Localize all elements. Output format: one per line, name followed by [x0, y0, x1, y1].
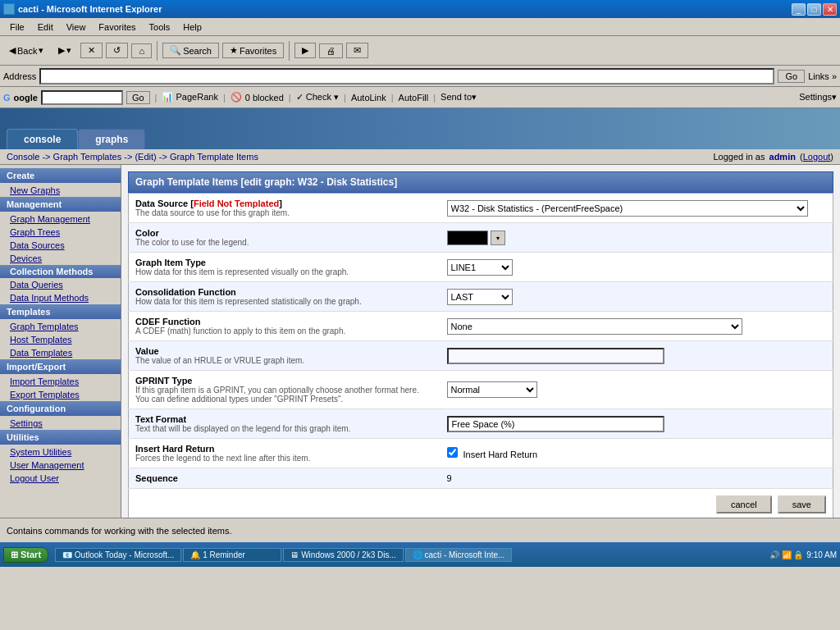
sidebar-item-graph-trees[interactable]: Graph Trees	[0, 226, 121, 239]
sidebar-item-data-sources[interactable]: Data Sources	[0, 239, 121, 252]
sidebar-item-graph-templates[interactable]: Graph Templates	[0, 320, 121, 333]
sidebar-item-import-templates[interactable]: Import Templates	[0, 375, 121, 388]
create-section-header: Create	[0, 168, 121, 183]
color-value-cell: ▾	[441, 223, 833, 253]
data-source-select[interactable]: W32 - Disk Statistics - (PercentFreeSpac…	[447, 200, 808, 217]
google-search-input[interactable]	[41, 90, 123, 105]
gprint-type-select[interactable]: Normal Exact Numbers Bits Bytes	[447, 381, 537, 398]
menu-tools[interactable]: Tools	[143, 21, 177, 34]
google-settings-button[interactable]: Settings▾	[799, 92, 837, 103]
go-button[interactable]: Go	[778, 70, 805, 83]
breadcrumb: Console -> Graph Templates -> (Edit) -> …	[7, 152, 258, 162]
cdef-function-label: CDEF Function	[135, 317, 434, 326]
text-format-desc: Text that will be displayed on the legen…	[135, 424, 434, 433]
sidebar-item-settings[interactable]: Settings	[0, 417, 121, 430]
favorites-button[interactable]: ★ Favorites	[222, 43, 284, 58]
consolidation-function-label: Consolidation Function	[135, 287, 434, 297]
google-go-button[interactable]: Go	[126, 91, 150, 104]
menu-bar: File Edit View Favorites Tools Help	[0, 18, 840, 36]
utilities-section-header: Utilities	[0, 430, 121, 445]
color-label: Color	[135, 228, 434, 238]
mail-button[interactable]: ✉	[346, 43, 368, 58]
home-button[interactable]: ⌂	[131, 43, 152, 58]
gprint-type-label: GPRINT Type	[135, 376, 434, 386]
form-subtitle: [edit graph: W32 - Disk Statistics]	[241, 176, 398, 188]
app-icon	[3, 3, 15, 15]
tab-graphs[interactable]: graphs	[78, 129, 145, 149]
refresh-button[interactable]: ↺	[106, 43, 128, 58]
google-sendto-button[interactable]: Send to▾	[441, 92, 477, 103]
print-button[interactable]: 🖨	[319, 43, 343, 58]
start-button[interactable]: ⊞ Start	[3, 547, 48, 563]
sidebar-item-user-management[interactable]: User Management	[0, 459, 121, 472]
google-blocked-icon: 🚫	[231, 92, 242, 103]
save-button[interactable]: save	[778, 495, 826, 514]
taskbar-item-0[interactable]: 📧 Outlook Today - Microsoft...	[55, 548, 181, 562]
consolidation-function-select[interactable]: LAST AVERAGE MAX MIN	[447, 289, 513, 305]
cdef-function-value-cell: None	[441, 312, 833, 341]
breadcrumb-edit-link[interactable]: (Edit)	[135, 152, 156, 162]
sidebar-item-data-templates[interactable]: Data Templates	[0, 346, 121, 359]
value-input[interactable]	[447, 348, 664, 364]
menu-view[interactable]: View	[60, 21, 93, 34]
close-button[interactable]: ✕	[823, 3, 837, 16]
taskbar-item-3[interactable]: 🌐 cacti - Microsoft Inte...	[405, 548, 513, 562]
minimize-button[interactable]: _	[792, 3, 806, 16]
text-format-input[interactable]	[447, 416, 664, 432]
menu-favorites[interactable]: Favorites	[92, 21, 142, 34]
taskbar-item-1[interactable]: 🔔 1 Reminder	[183, 548, 281, 562]
menu-edit[interactable]: Edit	[31, 21, 60, 34]
sidebar-item-system-utilities[interactable]: System Utilities	[0, 445, 121, 459]
taskbar-tray: 🔊 📶 🔒 9:10 AM	[769, 550, 837, 559]
data-source-label-cell: Data Source [Field Not Templated] The da…	[129, 194, 441, 223]
menu-help[interactable]: Help	[176, 21, 208, 34]
sidebar-item-collection-methods[interactable]: Collection Methods	[0, 265, 121, 278]
google-autofill-button[interactable]: AutoFill	[399, 93, 429, 103]
back-dropdown-icon: ▾	[39, 45, 43, 56]
google-toolbar-separator-5: |	[391, 93, 394, 103]
sidebar-item-logout-user[interactable]: Logout User	[0, 472, 121, 485]
sidebar-item-data-queries[interactable]: Data Queries	[0, 278, 121, 291]
links-button[interactable]: Links »	[808, 71, 837, 81]
google-autolink-button[interactable]: AutoLink	[351, 93, 386, 103]
stop-button[interactable]: ✕	[80, 43, 103, 58]
consolidation-function-value-cell: LAST AVERAGE MAX MIN	[441, 282, 833, 312]
sequence-value: 9	[447, 473, 452, 483]
sidebar-item-host-templates[interactable]: Host Templates	[0, 333, 121, 346]
google-toolbar-separator-4: |	[344, 93, 346, 103]
color-dropdown-button[interactable]: ▾	[491, 231, 505, 245]
insert-hard-return-desc: Forces the legend to the next line after…	[135, 454, 434, 463]
sidebar-item-devices[interactable]: Devices	[0, 252, 121, 265]
cactus-logo	[36, 509, 85, 518]
consolidation-function-desc: How data for this item is represented st…	[135, 297, 434, 306]
forward-button[interactable]: ▶ ▾	[52, 43, 77, 58]
cdef-function-select[interactable]: None	[447, 318, 742, 335]
sidebar-item-graph-management[interactable]: Graph Management	[0, 212, 121, 226]
sidebar-item-new-graphs[interactable]: New Graphs	[0, 184, 121, 197]
maximize-button[interactable]: □	[807, 3, 821, 16]
admin-link[interactable]: admin	[769, 152, 796, 162]
button-area: cancel save	[128, 489, 833, 518]
tab-console[interactable]: console	[7, 129, 78, 149]
templates-section-header: Templates	[0, 304, 121, 319]
color-swatch[interactable]	[447, 231, 488, 245]
search-button[interactable]: 🔍 Search	[162, 43, 219, 58]
data-source-row: Data Source [Field Not Templated] The da…	[129, 194, 833, 223]
breadcrumb-console-link[interactable]: Console	[7, 152, 39, 162]
google-pagerank-button[interactable]: 📊 PageRank	[162, 92, 217, 103]
cancel-button[interactable]: cancel	[716, 495, 772, 514]
insert-hard-return-checkbox[interactable]	[447, 447, 458, 458]
sidebar-item-export-templates[interactable]: Export Templates	[0, 388, 121, 401]
logout-link[interactable]: Logout	[803, 152, 831, 162]
google-check-button[interactable]: ✓ Check ▾	[296, 92, 339, 103]
breadcrumb-graph-templates-link[interactable]: Graph Templates	[53, 152, 122, 162]
back-button[interactable]: ◀ Back ▾	[3, 43, 49, 58]
taskbar-item-2[interactable]: 🖥 Windows 2000 / 2k3 Dis...	[283, 548, 403, 562]
graph-item-type-select[interactable]: LINE1 LINE2 LINE3 AREA	[447, 259, 513, 276]
address-input[interactable]	[39, 68, 774, 84]
google-g-label: oogle	[14, 93, 38, 103]
media-button[interactable]: ▶	[294, 43, 316, 58]
sidebar-item-data-input-methods[interactable]: Data Input Methods	[0, 291, 121, 304]
menu-file[interactable]: File	[3, 21, 31, 34]
window-controls: _ □ ✕	[792, 3, 837, 16]
